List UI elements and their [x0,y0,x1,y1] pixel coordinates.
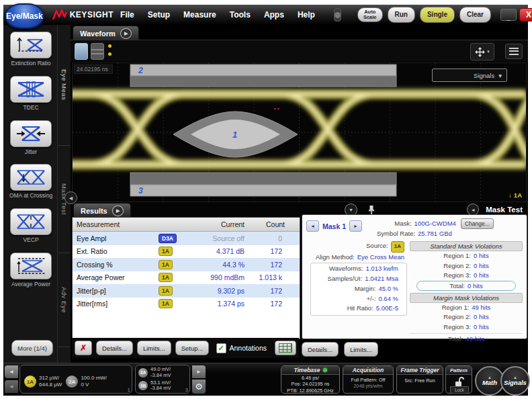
channel-scroll-right-button[interactable]: ► [192,365,206,378]
results-details-button[interactable]: Details... [96,341,133,355]
results-setup-button[interactable]: Setup... [175,341,210,355]
play-icon[interactable]: ▶ [112,206,124,216]
eye-diagram: 2 3 1 [73,63,526,202]
run-button[interactable]: Run [388,7,415,23]
play-icon[interactable]: ▶ [120,28,132,39]
table-row[interactable]: Jitter[p-p] 1A 9.302 ps 172 [73,284,300,298]
col-current[interactable]: Current [183,220,247,228]
channel-group-1[interactable]: 1A 312 µW/ 644.8 µW 2A 100.0 mW/ 0 V 1 [19,365,132,394]
mask-limits-button[interactable]: Limits... [344,342,378,357]
results-tab[interactable]: Results ▶ [73,203,131,218]
average-power-button[interactable] [10,253,52,279]
oma-at-crossing-icon [15,169,46,186]
oma-at-crossing-button[interactable] [10,164,52,191]
table-row[interactable]: Eye Ampl D3A Source off 0 [73,232,300,245]
mask-region-1-label: 1 [232,130,237,140]
waveform-display[interactable]: 2 3 1 24.02195 ns Signals [72,62,527,202]
menu-setup[interactable]: Setup [148,10,170,19]
delete-measurement-button[interactable]: ✗ [75,341,92,355]
frame-trigger-panel[interactable]: Frame Trigger Src: Free Run [396,365,443,394]
mask-navigator: ◄ Mask 1 ► [306,220,362,232]
more-measurements-button[interactable]: More (1/4) [11,340,53,356]
vecp-button[interactable] [10,208,52,235]
channel-scroll-left2-button[interactable]: ◄ [5,380,18,393]
pattern-panel[interactable]: Pattern Lock [445,365,472,394]
sidebar-item-jitter[interactable]: Jitter [5,120,57,156]
timebase-panel[interactable]: Timebase 6.46 ps/ Pos: 24.02195 ns PTB: … [281,365,340,394]
eye-mask-app-button[interactable]: Eye/Mask [5,3,44,29]
channel-group-3[interactable]: 3A 49.0 mV/ -3.84 mV 3B 53.1 mV/ -3.84 m… [135,365,190,394]
prev-mask-button[interactable]: ◄ [306,220,319,232]
auto-scale-button[interactable]: Auto Scale [357,7,383,22]
camera-icon[interactable] [334,8,341,21]
pan-zoom-button[interactable]: ▾ [470,43,494,60]
mask-value: 100G-CWDM4 [414,219,456,228]
channel-3b-badge[interactable]: 3B [138,381,148,390]
sidebar-item-extinction-ratio[interactable]: Extinction Ratio [5,32,57,67]
next-mask-button[interactable]: ► [349,220,362,232]
signals-dropdown[interactable]: Signals ▾ [432,69,507,82]
marker-dots-icon[interactable] [108,44,112,56]
sidebar-label: Jitter [5,149,57,156]
channel-2a-badge[interactable]: 2A [66,375,78,388]
channel-2a[interactable]: 2A 100.0 mW/ 0 V [66,375,107,388]
results-grid-view-button[interactable] [275,341,296,355]
channel-settings-button[interactable]: ⚙ [192,380,206,394]
annotations-control: ✓ Annotations [216,343,267,353]
table-row[interactable]: Ext. Ratio 1A 4.371 dB 172 [73,245,300,259]
annotations-checkbox[interactable]: ✓ [216,343,226,353]
clear-button[interactable]: Clear [459,7,491,23]
menu-file[interactable]: File [120,10,134,19]
menu-tools[interactable]: Tools [230,10,251,19]
minimize-button[interactable]: _ [500,9,517,21]
single-button[interactable]: Single [420,7,455,23]
close-button[interactable]: X [519,8,532,21]
sidebar-item-tdec[interactable]: TDEC [5,76,57,112]
menu-apps[interactable]: Apps [264,10,284,19]
mask-region-top: 2 [130,64,396,87]
violations-column: Standard Mask Violations Region 1: 0 hit… [410,241,523,343]
channel-scroll-left-button[interactable]: ◄ [5,365,18,378]
sidebar-collapse-button[interactable]: ◄ [64,191,77,204]
mask-details-button[interactable]: Details... [302,342,339,357]
sidebar-item-average-power[interactable]: Average Power [5,253,57,288]
table-row[interactable]: Jitter[rms] 1A 1.374 ps 172 [73,298,300,311]
menu-measure[interactable]: Measure [183,10,216,19]
extinction-ratio-button[interactable] [10,32,52,58]
tab-adv-eye[interactable]: Adv Eye [58,253,71,347]
sidebar-label: OMA at Crossing [5,193,57,200]
col-count[interactable]: Count [247,220,294,228]
jitter-button[interactable] [10,120,52,147]
sidebar-label: TDEC [5,105,57,112]
results-toolbar: ✗ Details... Limits... Setup... ✓ Annota… [72,338,299,358]
results-limits-button[interactable]: Limits... [137,341,171,355]
table-row[interactable]: Average Power 1A 990 mdBm 1.013 k [73,271,300,285]
change-mask-button[interactable]: Change... [461,218,494,229]
chevron-down-icon: ▾ [498,72,502,79]
source-badge: 1A [159,273,173,282]
acquisition-panel[interactable]: Acquisition Full Pattern: Off 2048 pts/w… [343,365,394,394]
sidebar-item-vecp[interactable]: VECP [5,208,57,244]
mask-statistics-box: Waveforms: 1.013 kwfm Samples/UI: 1.0421… [310,263,407,316]
sidebar-item-oma-at-crossing[interactable]: OMA at Crossing [5,164,57,200]
group-number: 1 [128,387,130,393]
waveform-tab[interactable]: Waveform ▶ [73,26,139,40]
table-row[interactable]: Crossing % 1A 44.3 % 172 [73,258,300,271]
tab-eye-meas[interactable]: Eye Meas [58,25,71,146]
mask-name: Mask 1 [322,222,346,230]
channel-1a[interactable]: 1A 312 µW/ 644.8 µW [24,375,62,388]
channel-3a-badge[interactable]: 3A [138,368,148,378]
menu-help[interactable]: Help [298,10,315,19]
channel-marker-1a: ↓ 1A [508,191,522,199]
channel-1a-badge[interactable]: 1A [24,375,36,388]
channel-3a[interactable]: 3A 49.0 mV/ -3.84 mV [138,367,187,378]
menu-hamburger-button[interactable] [505,44,523,59]
signals-button[interactable]: ▲ Signals [500,366,530,396]
channel-3b[interactable]: 3B 53.1 mV/ -3.84 mV [138,380,187,392]
split-display-icon[interactable] [91,43,104,60]
tdec-button[interactable] [10,76,52,103]
single-display-icon[interactable] [75,43,88,60]
unlock-icon[interactable] [453,376,464,387]
col-measurement[interactable]: Measurement [73,220,159,228]
app-window: Eye/Mask KEYSIGHT File Setup Measure Too… [3,5,528,395]
